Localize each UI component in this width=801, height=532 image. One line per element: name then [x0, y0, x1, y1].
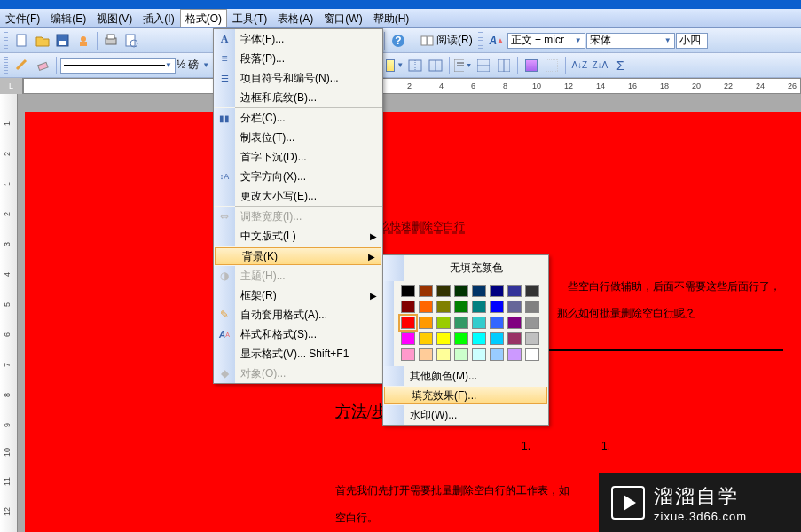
color-swatch[interactable]: [436, 301, 451, 313]
menu-item-asian-layout[interactable]: 中文版式(L)▶: [214, 226, 382, 246]
autosum-button[interactable]: Σ: [610, 56, 630, 75]
menu-item-columns[interactable]: ▮▮分栏(C)...: [214, 108, 382, 128]
menu-insert[interactable]: 插入(I): [137, 9, 179, 27]
insert-table-button[interactable]: ▼: [385, 56, 404, 75]
color-swatch[interactable]: [401, 332, 415, 345]
watermark-option[interactable]: 水印(W)...: [383, 405, 548, 425]
color-swatch[interactable]: [454, 301, 468, 313]
color-swatch[interactable]: [401, 317, 415, 329]
color-swatch[interactable]: [401, 285, 415, 297]
color-swatch[interactable]: [472, 332, 486, 345]
font-size-combo[interactable]: 小四: [676, 33, 708, 49]
menu-help[interactable]: 帮助(H): [368, 9, 415, 27]
color-swatch[interactable]: [507, 285, 522, 297]
menu-item-autoformat[interactable]: ✎自动套用格式(A)...: [214, 305, 382, 325]
sort-desc-button[interactable]: Z↓A: [590, 56, 609, 75]
color-swatch[interactable]: [507, 348, 522, 361]
menu-item-text-direction[interactable]: ↕A文字方向(X)...: [214, 167, 382, 186]
print-preview-button[interactable]: [122, 31, 141, 51]
distribute-rows-button[interactable]: [474, 56, 493, 75]
menu-item-frames[interactable]: 框架(R)▶: [214, 286, 382, 305]
menu-item-dropcap[interactable]: 首字下沉(D)...: [214, 147, 382, 167]
menu-item-background[interactable]: 背景(K)▶: [215, 247, 381, 265]
color-swatch[interactable]: [419, 285, 433, 297]
color-swatch[interactable]: [490, 285, 504, 297]
merge-cells-button[interactable]: [405, 56, 425, 75]
menu-tools[interactable]: 工具(T): [227, 9, 272, 27]
menu-edit[interactable]: 编辑(E): [45, 9, 91, 27]
align-button[interactable]: ▼: [453, 56, 473, 75]
menu-item-bullets[interactable]: ☰项目符号和编号(N)...: [214, 68, 382, 88]
color-swatch[interactable]: [419, 348, 433, 361]
distribute-cols-button[interactable]: [494, 56, 514, 75]
color-swatch[interactable]: [419, 317, 433, 329]
autoformat-table-button[interactable]: [522, 56, 541, 75]
read-mode-button[interactable]: 阅读(R): [416, 31, 477, 51]
toolbar-handle[interactable]: [4, 32, 8, 50]
hide-gridlines-button[interactable]: [542, 56, 561, 75]
permission-button[interactable]: [74, 31, 93, 51]
toolbar-handle-2[interactable]: [478, 32, 483, 50]
fill-effects-option[interactable]: 填充效果(F)...: [384, 387, 547, 404]
color-swatch[interactable]: [525, 301, 539, 313]
menu-window[interactable]: 窗口(W): [318, 9, 367, 27]
menu-item-paragraph[interactable]: ≡段落(P)...: [214, 49, 382, 68]
color-swatch[interactable]: [525, 348, 539, 361]
help-button[interactable]: ?: [389, 31, 408, 51]
color-swatch[interactable]: [472, 301, 486, 313]
print-button[interactable]: [101, 31, 121, 51]
color-swatch[interactable]: [436, 317, 451, 329]
color-swatch[interactable]: [507, 332, 522, 345]
color-swatch[interactable]: [436, 285, 451, 297]
color-swatch[interactable]: [436, 348, 451, 361]
new-doc-button[interactable]: [12, 31, 32, 51]
menu-item-styles[interactable]: AA样式和格式(S)...: [214, 325, 382, 344]
draw-table-button[interactable]: [12, 56, 32, 75]
color-swatch[interactable]: [419, 301, 433, 313]
menu-item-tabs[interactable]: 制表位(T)...: [214, 128, 382, 147]
color-swatch[interactable]: [419, 332, 433, 345]
color-swatch[interactable]: [525, 332, 539, 345]
no-fill-option[interactable]: 无填充颜色: [404, 255, 548, 281]
color-swatch[interactable]: [490, 332, 504, 345]
menu-item-reveal-formatting[interactable]: 显示格式(V)... Shift+F1: [214, 344, 382, 364]
color-swatch[interactable]: [490, 348, 504, 361]
color-swatch[interactable]: [401, 348, 415, 361]
color-swatch[interactable]: [454, 348, 468, 361]
menu-table[interactable]: 表格(A): [272, 9, 318, 27]
color-swatch[interactable]: [507, 317, 522, 329]
tab-selector[interactable]: L: [0, 78, 23, 94]
color-swatch[interactable]: [401, 301, 415, 313]
color-swatch[interactable]: [454, 332, 468, 345]
menu-format[interactable]: 格式(O): [180, 9, 227, 27]
color-swatch[interactable]: [472, 285, 486, 297]
split-cells-button[interactable]: [426, 56, 445, 75]
open-button[interactable]: [33, 31, 52, 51]
color-swatch[interactable]: [525, 285, 539, 297]
color-swatch[interactable]: [490, 301, 504, 313]
style-combo[interactable]: 正文 + micr▼: [507, 33, 585, 49]
font-combo[interactable]: 宋体▼: [586, 33, 675, 49]
color-swatch[interactable]: [436, 332, 451, 345]
menu-item-borders[interactable]: 边框和底纹(B)...: [214, 88, 382, 107]
color-swatch[interactable]: [454, 317, 468, 329]
color-swatch[interactable]: [472, 317, 486, 329]
menu-item-change-case[interactable]: 更改大小写(E)...: [214, 186, 382, 206]
toolbar-handle-3[interactable]: [4, 57, 8, 74]
sort-asc-button[interactable]: A↓Z: [569, 56, 589, 75]
list-num-2: 1.: [601, 440, 610, 452]
style-indicator-icon[interactable]: A▲: [487, 31, 507, 51]
color-swatch[interactable]: [525, 317, 539, 329]
menu-view[interactable]: 视图(V): [91, 9, 137, 27]
color-swatch[interactable]: [454, 285, 468, 297]
eraser-button[interactable]: [33, 56, 52, 75]
color-swatch[interactable]: [490, 317, 504, 329]
color-swatch[interactable]: [507, 301, 522, 313]
save-button[interactable]: [53, 31, 73, 51]
menu-file[interactable]: 文件(F): [0, 9, 45, 27]
more-colors-option[interactable]: 其他颜色(M)...: [383, 366, 548, 386]
line-style-combo[interactable]: ▼: [60, 58, 176, 74]
menu-item-font[interactable]: A字体(F)...: [214, 29, 382, 49]
color-swatch[interactable]: [472, 348, 486, 361]
line-weight-combo[interactable]: ½ 磅▼: [177, 58, 209, 73]
